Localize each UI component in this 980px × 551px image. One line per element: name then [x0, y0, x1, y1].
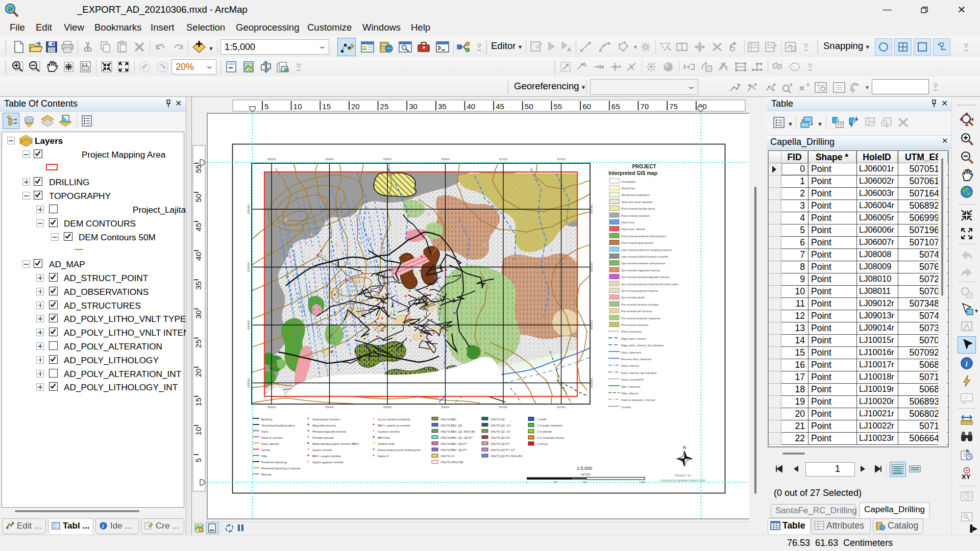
svg-text:15: 15	[194, 397, 203, 406]
svg-text:Photo lineament: Photo lineament	[621, 330, 642, 333]
svg-text:Pre-mineral tuff horizons: Pre-mineral tuff horizons	[621, 310, 652, 313]
svg-text:VNLTS BBV, QZ-PY: VNLTS BBV, QZ-PY	[440, 442, 467, 445]
svg-text:Talus and scree deposits: Talus and scree deposits	[621, 201, 653, 204]
svg-text:VNLTS BBV, QZ-PY: VNLTS BBV, QZ-PY	[440, 448, 467, 452]
svg-text:5: 5	[264, 102, 268, 111]
svg-text:VNLTS GY: VNLTS GY	[440, 455, 455, 458]
svg-text:Syn-mineral polymict breccia: Syn-mineral polymict breccia	[621, 289, 658, 292]
svg-text:3089200: 3089200	[247, 262, 250, 272]
svg-text:Phreatomagmatic breccia: Phreatomagmatic breccia	[312, 430, 347, 433]
svg-text:20: 20	[351, 102, 360, 111]
svg-text:BBV + quartz veinlets: BBV + quartz veinlets	[312, 455, 341, 458]
svg-text:Post-mineral volcanics: Post-mineral volcanics	[621, 214, 650, 217]
svg-text:3089400: 3089400	[590, 204, 593, 214]
svg-text:507000: 507000	[499, 406, 508, 409]
svg-text:506200: 506200	[267, 158, 276, 161]
svg-text:Magnetite breccia: Magnetite breccia	[312, 424, 336, 427]
svg-text:Reverse fault, observed: Reverse fault, observed	[621, 358, 651, 361]
svg-text:Native S: Native S	[378, 455, 389, 458]
svg-text:VNLTS QZ, GY: VNLTS QZ, GY	[491, 424, 511, 427]
svg-text:Late mineral hybrid intrusive: Late mineral hybrid intrusive complex	[621, 255, 669, 258]
svg-text:Gy-py veinlets (oxidized): Gy-py veinlets (oxidized)	[378, 418, 410, 421]
svg-text:Major fault, inferred: Major fault, inferred	[621, 337, 646, 340]
svg-text:Subvolcanic intrusion: Subvolcanic intrusion	[312, 418, 340, 421]
svg-text:506400: 506400	[325, 158, 334, 161]
svg-text:2-3 moderate strong: 2-3 moderate strong	[537, 436, 564, 439]
svg-text:5: 5	[194, 458, 203, 462]
svg-text:Syn-mineral andesite subvolcan: Syn-mineral andesite subvolcanics	[621, 262, 665, 265]
svg-text:Dike: Dike	[261, 455, 267, 458]
svg-text:Tectonized bedding plane: Tectonized bedding plane	[261, 424, 295, 427]
svg-text:506200: 506200	[267, 406, 276, 409]
svg-text:30: 30	[409, 102, 418, 111]
svg-text:Late mineral hybrid w/ minglin: Late mineral hybrid w/ mingling textures	[621, 248, 672, 252]
svg-text:506400: 506400	[325, 406, 334, 409]
svg-text:10: 10	[293, 102, 302, 111]
svg-text:Syn-mineral diorite: Syn-mineral diorite	[621, 296, 645, 299]
svg-text:Pre-mineral andesite sequence: Pre-mineral andesite sequence	[621, 317, 660, 320]
svg-text:10: 10	[194, 427, 203, 436]
svg-text:VNLTS BBV, QZ, QZ-PY: VNLTS BBV, QZ, QZ-PY	[440, 436, 473, 439]
svg-text:Major fault, inferred, dip ind: Major fault, inferred, dip indicated	[621, 344, 664, 347]
svg-text:Veinlet: Veinlet	[261, 448, 271, 452]
svg-text:1-2 weak moderate: 1-2 weak moderate	[537, 424, 562, 427]
svg-text:Fault, inferred, dip indicated: Fault, inferred, dip indicated	[621, 371, 656, 374]
svg-text:40: 40	[467, 102, 476, 111]
svg-text:3088800: 3088800	[247, 378, 250, 388]
svg-text:PROJECT: PROJECT	[632, 164, 656, 169]
svg-text:A DIVISION OF NEWMONT MINING C: A DIVISION OF NEWMONT MINING CORP	[660, 480, 705, 482]
svg-text:75: 75	[669, 102, 678, 111]
svg-text:506600: 506600	[383, 158, 392, 161]
svg-text:Fault w/ alteration, inferred: Fault w/ alteration, inferred	[621, 398, 655, 402]
svg-text:Alluvial and vegetation: Alluvial and vegetation	[621, 193, 650, 196]
svg-text:20: 20	[194, 368, 203, 377]
svg-text:VNLTS QZ-PY: VNLTS QZ-PY	[491, 442, 510, 445]
svg-text:VNLTS BBV, QZ, MAG BX: VNLTS BBV, QZ, MAG BX	[440, 430, 475, 433]
svg-text:35: 35	[438, 102, 447, 111]
svg-text:3088800: 3088800	[590, 378, 593, 388]
svg-text:Fault zone: Fault zone	[621, 221, 634, 224]
svg-text:Phreatic breccia: Phreatic breccia	[312, 436, 334, 439]
svg-text:Syn-mineral polymict breccia a: Syn-mineral polymict breccia and other r…	[621, 283, 678, 286]
svg-text:Gypsum veinlets: Gypsum veinlets	[378, 430, 400, 433]
svg-text:BBV float: BBV float	[378, 436, 390, 439]
svg-text:Syn-mineral phreatomagmatic br: Syn-mineral phreatomagmatic breccia	[621, 276, 670, 279]
svg-text:Fault, altered: Fault, altered	[261, 442, 279, 445]
svg-text:25: 25	[194, 339, 203, 348]
svg-text:Post-mineral andesite subvolca: Post-mineral andesite subvolcanics	[621, 235, 666, 238]
svg-text:3 strong: 3 strong	[537, 442, 548, 445]
svg-text:Breccia: Breccia	[261, 473, 272, 476]
svg-text:VNLTS BBV, QZ: VNLTS BBV, QZ	[440, 424, 462, 427]
svg-text:Preferred fracturing in brecci: Preferred fracturing in breccia	[261, 467, 301, 470]
svg-text:30: 30	[194, 310, 203, 319]
svg-text:Black banded quartz veinlets (: Black banded quartz veinlets (BBV)	[312, 442, 359, 445]
svg-text:50: 50	[525, 102, 533, 111]
svg-text:BBV + quartz-py veinlets: BBV + quartz-py veinlets	[378, 424, 410, 427]
svg-text:VNLTS QZ, GY: VNLTS QZ, GY	[491, 430, 511, 433]
svg-text:45: 45	[496, 102, 504, 111]
svg-text:METERS: METERS	[581, 473, 591, 476]
svg-text:Fault, concealed?: Fault, concealed?	[621, 378, 644, 381]
svg-text:Pre-mineral volcanics: Pre-mineral volcanics	[621, 323, 649, 327]
svg-text:1:1: 1:1	[82, 62, 88, 67]
svg-text:Quartz veinlets: Quartz veinlets	[312, 448, 332, 452]
svg-text:507000: 507000	[499, 158, 508, 161]
svg-text:VNLTS QZ-OX: VNLTS QZ-OX	[491, 436, 510, 439]
svg-text:55: 55	[194, 165, 203, 173]
svg-text:507200: 507200	[557, 406, 566, 409]
svg-text:Quartz-gypsum veinlets: Quartz-gypsum veinlets	[312, 461, 344, 464]
svg-text:Preferred fracturing: Preferred fracturing	[261, 461, 287, 464]
svg-text:VNLTS OPALINE: VNLTS OPALINE	[440, 461, 463, 464]
svg-text:Dike, inferred: Dike, inferred	[621, 392, 638, 395]
svg-text:3089400: 3089400	[247, 204, 250, 214]
svg-text:Pre-mineral intrusive complex: Pre-mineral intrusive complex	[621, 303, 659, 306]
svg-text:VNLTS QZ-PY, GY: VNLTS QZ-PY, GY	[491, 448, 516, 452]
svg-text:507200: 507200	[557, 158, 566, 161]
svg-text:Fault, inferred: Fault, inferred	[621, 364, 639, 367]
svg-text:50: 50	[194, 194, 203, 203]
svg-text:Contact: Contact	[621, 406, 631, 409]
svg-text:3089200: 3089200	[590, 262, 593, 272]
svg-text:3089000: 3089000	[590, 320, 593, 330]
svg-text:Post-mineral rhyolite dome: Post-mineral rhyolite dome	[621, 207, 655, 210]
svg-text:Dike, observed: Dike, observed	[621, 385, 640, 388]
